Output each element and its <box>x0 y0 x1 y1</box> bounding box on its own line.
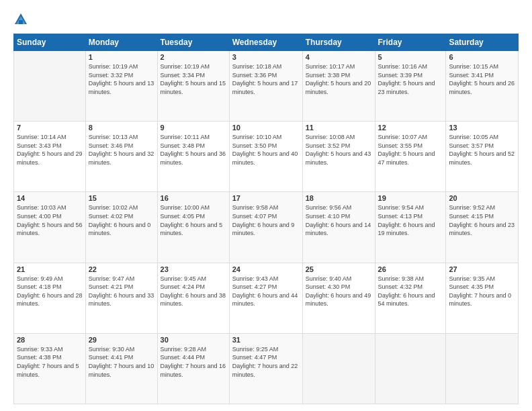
day-info: Sunrise: 10:18 AMSunset: 3:36 PMDaylight… <box>232 62 300 96</box>
day-info: Sunrise: 10:17 AMSunset: 3:38 PMDaylight… <box>306 62 372 96</box>
day-number: 13 <box>449 124 515 132</box>
day-cell: 25Sunrise: 9:40 AMSunset: 4:30 PMDayligh… <box>302 263 375 333</box>
day-info: Sunrise: 9:35 AMSunset: 4:35 PMDaylight:… <box>449 275 515 308</box>
day-cell: 11Sunrise: 10:08 AMSunset: 3:52 PMDaylig… <box>302 122 375 192</box>
day-number: 27 <box>449 265 515 273</box>
day-info: Sunrise: 10:15 AMSunset: 3:41 PMDaylight… <box>449 62 515 96</box>
day-number: 12 <box>378 124 443 132</box>
day-number: 24 <box>232 265 300 273</box>
day-number: 10 <box>232 124 300 132</box>
day-info: Sunrise: 9:54 AMSunset: 4:13 PMDaylight:… <box>378 203 443 237</box>
day-cell: 2Sunrise: 10:19 AMSunset: 3:34 PMDayligh… <box>157 51 229 122</box>
day-info: Sunrise: 9:45 AMSunset: 4:24 PMDaylight:… <box>161 275 226 308</box>
day-cell: 14Sunrise: 10:03 AMSunset: 4:00 PMDaylig… <box>14 192 86 263</box>
day-cell: 9Sunrise: 10:11 AMSunset: 3:48 PMDayligh… <box>157 122 229 192</box>
day-info: Sunrise: 10:03 AMSunset: 4:00 PMDaylight… <box>17 203 83 237</box>
day-info: Sunrise: 9:33 AMSunset: 4:38 PMDaylight:… <box>17 345 83 379</box>
day-info: Sunrise: 10:13 AMSunset: 3:46 PMDaylight… <box>89 133 154 167</box>
day-info: Sunrise: 9:47 AMSunset: 4:21 PMDaylight:… <box>89 275 154 308</box>
day-info: Sunrise: 10:00 AMSunset: 4:05 PMDaylight… <box>161 203 226 237</box>
day-number: 21 <box>17 265 83 273</box>
day-cell: 5Sunrise: 10:16 AMSunset: 3:39 PMDayligh… <box>375 51 446 122</box>
day-number: 23 <box>161 265 226 273</box>
day-info: Sunrise: 10:16 AMSunset: 3:39 PMDaylight… <box>378 62 443 96</box>
day-cell: 28Sunrise: 9:33 AMSunset: 4:38 PMDayligh… <box>14 333 86 404</box>
day-cell: 21Sunrise: 9:49 AMSunset: 4:18 PMDayligh… <box>14 263 86 333</box>
day-info: Sunrise: 9:38 AMSunset: 4:32 PMDaylight:… <box>378 275 443 308</box>
day-number: 29 <box>89 336 154 344</box>
day-number: 1 <box>89 53 154 61</box>
day-cell: 23Sunrise: 9:45 AMSunset: 4:24 PMDayligh… <box>157 263 229 333</box>
day-cell: 18Sunrise: 9:56 AMSunset: 4:10 PMDayligh… <box>302 192 375 263</box>
week-row-3: 14Sunrise: 10:03 AMSunset: 4:00 PMDaylig… <box>14 192 519 263</box>
logo-icon <box>13 12 28 27</box>
day-info: Sunrise: 9:43 AMSunset: 4:27 PMDaylight:… <box>232 275 300 308</box>
day-cell <box>446 333 519 404</box>
day-cell <box>375 333 446 404</box>
day-cell: 6Sunrise: 10:15 AMSunset: 3:41 PMDayligh… <box>446 51 519 122</box>
day-number: 26 <box>378 265 443 273</box>
day-cell: 20Sunrise: 9:52 AMSunset: 4:15 PMDayligh… <box>446 192 519 263</box>
day-info: Sunrise: 9:58 AMSunset: 4:07 PMDaylight:… <box>232 203 300 237</box>
header-saturday: Saturday <box>446 34 519 51</box>
day-number: 11 <box>306 124 372 132</box>
day-cell: 19Sunrise: 9:54 AMSunset: 4:13 PMDayligh… <box>375 192 446 263</box>
day-number: 19 <box>378 194 443 202</box>
day-info: Sunrise: 9:30 AMSunset: 4:41 PMDaylight:… <box>89 345 154 379</box>
day-info: Sunrise: 10:11 AMSunset: 3:48 PMDaylight… <box>161 133 226 167</box>
day-info: Sunrise: 9:28 AMSunset: 4:44 PMDaylight:… <box>161 345 226 379</box>
day-cell: 1Sunrise: 10:19 AMSunset: 3:32 PMDayligh… <box>85 51 157 122</box>
day-info: Sunrise: 10:02 AMSunset: 4:02 PMDaylight… <box>89 203 154 237</box>
day-cell: 27Sunrise: 9:35 AMSunset: 4:35 PMDayligh… <box>446 263 519 333</box>
day-number: 5 <box>378 53 443 61</box>
header-friday: Friday <box>375 34 446 51</box>
day-cell: 30Sunrise: 9:28 AMSunset: 4:44 PMDayligh… <box>157 333 229 404</box>
day-info: Sunrise: 10:07 AMSunset: 3:55 PMDaylight… <box>378 133 443 167</box>
day-number: 18 <box>306 194 372 202</box>
day-number: 25 <box>306 265 372 273</box>
svg-rect-2 <box>19 20 23 24</box>
day-cell: 10Sunrise: 10:10 AMSunset: 3:50 PMDaylig… <box>229 122 302 192</box>
calendar-table: SundayMondayTuesdayWednesdayThursdayFrid… <box>13 34 519 404</box>
week-row-2: 7Sunrise: 10:14 AMSunset: 3:43 PMDayligh… <box>14 122 519 192</box>
day-cell: 24Sunrise: 9:43 AMSunset: 4:27 PMDayligh… <box>229 263 302 333</box>
header-thursday: Thursday <box>302 34 375 51</box>
day-info: Sunrise: 10:14 AMSunset: 3:43 PMDaylight… <box>17 133 83 167</box>
day-cell: 12Sunrise: 10:07 AMSunset: 3:55 PMDaylig… <box>375 122 446 192</box>
day-number: 6 <box>449 53 515 61</box>
day-number: 9 <box>161 124 226 132</box>
day-number: 3 <box>232 53 300 61</box>
day-cell: 15Sunrise: 10:02 AMSunset: 4:02 PMDaylig… <box>85 192 157 263</box>
day-number: 2 <box>161 53 226 61</box>
day-cell: 17Sunrise: 9:58 AMSunset: 4:07 PMDayligh… <box>229 192 302 263</box>
day-number: 22 <box>89 265 154 273</box>
day-number: 17 <box>232 194 300 202</box>
page: SundayMondayTuesdayWednesdayThursdayFrid… <box>0 0 532 411</box>
header-tuesday: Tuesday <box>157 34 229 51</box>
day-cell: 31Sunrise: 9:25 AMSunset: 4:47 PMDayligh… <box>229 333 302 404</box>
day-cell: 7Sunrise: 10:14 AMSunset: 3:43 PMDayligh… <box>14 122 86 192</box>
day-number: 7 <box>17 124 83 132</box>
day-cell: 29Sunrise: 9:30 AMSunset: 4:41 PMDayligh… <box>85 333 157 404</box>
day-cell: 4Sunrise: 10:17 AMSunset: 3:38 PMDayligh… <box>302 51 375 122</box>
day-cell: 13Sunrise: 10:05 AMSunset: 3:57 PMDaylig… <box>446 122 519 192</box>
day-cell: 3Sunrise: 10:18 AMSunset: 3:36 PMDayligh… <box>229 51 302 122</box>
header-wednesday: Wednesday <box>229 34 302 51</box>
day-info: Sunrise: 9:56 AMSunset: 4:10 PMDaylight:… <box>306 203 372 237</box>
day-number: 14 <box>17 194 83 202</box>
day-number: 8 <box>89 124 154 132</box>
day-number: 28 <box>17 336 83 344</box>
day-cell: 26Sunrise: 9:38 AMSunset: 4:32 PMDayligh… <box>375 263 446 333</box>
day-number: 31 <box>232 336 300 344</box>
day-number: 15 <box>89 194 154 202</box>
day-number: 4 <box>306 53 372 61</box>
day-info: Sunrise: 10:05 AMSunset: 3:57 PMDaylight… <box>449 133 515 167</box>
week-row-5: 28Sunrise: 9:33 AMSunset: 4:38 PMDayligh… <box>14 333 519 404</box>
day-info: Sunrise: 9:49 AMSunset: 4:18 PMDaylight:… <box>17 275 83 308</box>
day-cell <box>302 333 375 404</box>
day-info: Sunrise: 10:10 AMSunset: 3:50 PMDaylight… <box>232 133 300 167</box>
header-monday: Monday <box>85 34 157 51</box>
day-info: Sunrise: 10:08 AMSunset: 3:52 PMDaylight… <box>306 133 372 167</box>
header <box>13 12 519 27</box>
day-info: Sunrise: 10:19 AMSunset: 3:32 PMDaylight… <box>89 62 154 96</box>
